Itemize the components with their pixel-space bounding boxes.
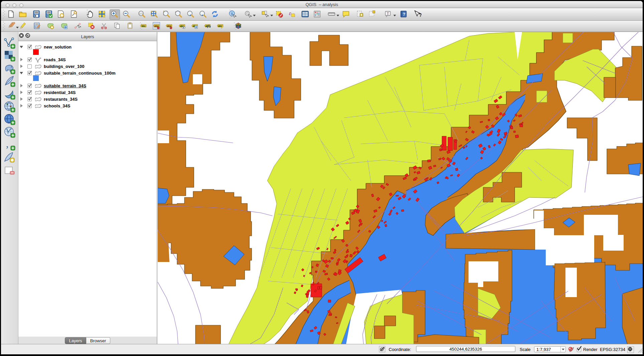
svg-text:ε: ε <box>289 10 291 16</box>
svg-text:,: , <box>6 139 9 149</box>
svg-text:?: ? <box>403 12 405 17</box>
svg-text:abc: abc <box>218 24 223 27</box>
svg-text:1:1: 1:1 <box>139 12 143 15</box>
svg-text:?: ? <box>419 12 421 18</box>
svg-text:T: T <box>387 12 389 15</box>
